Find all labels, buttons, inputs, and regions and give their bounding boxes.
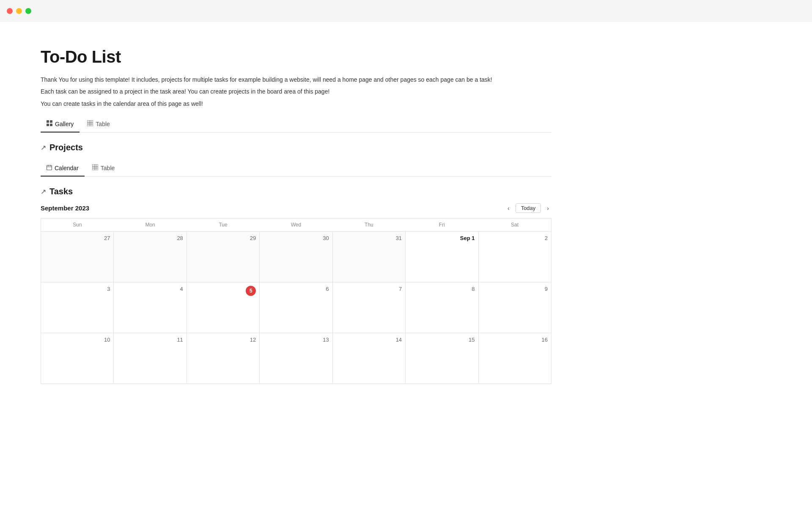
day-number: 4 bbox=[117, 286, 183, 292]
page-title: To-Do List bbox=[41, 47, 551, 66]
calendar-day-cell[interactable]: 7 bbox=[332, 282, 405, 333]
day-header-fri: Fri bbox=[406, 218, 478, 232]
calendar-day-cell[interactable]: Sep 1 bbox=[406, 232, 478, 282]
tab-table-top[interactable]: Table bbox=[81, 117, 115, 133]
calendar-container: September 2023 ‹ Today › Sun Mon Tue Wed… bbox=[41, 203, 551, 384]
calendar-day-cell[interactable]: 31 bbox=[332, 232, 405, 282]
main-content: To-Do List Thank You for using this temp… bbox=[0, 22, 592, 409]
day-number: Sep 1 bbox=[409, 235, 475, 241]
tasks-arrow-icon: ↗ bbox=[41, 188, 46, 196]
description-2: Each task can be assigned to a project i… bbox=[41, 87, 551, 96]
day-number: 2 bbox=[482, 235, 548, 241]
day-number: 29 bbox=[190, 235, 256, 241]
gallery-icon bbox=[47, 120, 52, 127]
projects-arrow-icon: ↗ bbox=[41, 144, 46, 152]
day-number: 3 bbox=[44, 286, 110, 292]
calendar-day-cell[interactable]: 14 bbox=[332, 333, 405, 384]
calendar-day-cell[interactable]: 27 bbox=[41, 232, 114, 282]
calendar-day-cell[interactable]: 9 bbox=[478, 282, 551, 333]
table-icon-top bbox=[87, 120, 93, 127]
day-number: 28 bbox=[117, 235, 183, 241]
calendar-prev-button[interactable]: ‹ bbox=[505, 204, 512, 213]
svg-rect-2 bbox=[47, 124, 49, 126]
day-number: 15 bbox=[409, 337, 475, 343]
tab-calendar-label: Calendar bbox=[55, 165, 79, 171]
calendar-day-cell[interactable]: 16 bbox=[478, 333, 551, 384]
table-icon-projects bbox=[92, 164, 98, 171]
maximize-button[interactable] bbox=[25, 8, 31, 14]
day-header-sat: Sat bbox=[478, 218, 551, 232]
calendar-week-row: 10111213141516 bbox=[41, 333, 551, 384]
window-chrome bbox=[0, 0, 812, 22]
svg-rect-0 bbox=[47, 120, 49, 123]
day-number: 9 bbox=[482, 286, 548, 292]
calendar-day-cell[interactable]: 8 bbox=[406, 282, 478, 333]
calendar-day-cell[interactable]: 13 bbox=[260, 333, 332, 384]
calendar-month-title: September 2023 bbox=[41, 204, 89, 212]
tab-calendar[interactable]: Calendar bbox=[41, 161, 85, 177]
day-header-mon: Mon bbox=[114, 218, 187, 232]
projects-title: Projects bbox=[49, 143, 83, 152]
calendar-day-headers: Sun Mon Tue Wed Thu Fri Sat bbox=[41, 218, 551, 232]
day-header-thu: Thu bbox=[332, 218, 405, 232]
calendar-grid: Sun Mon Tue Wed Thu Fri Sat 2728293031Se… bbox=[41, 218, 551, 384]
day-number: 27 bbox=[44, 235, 110, 241]
svg-rect-3 bbox=[50, 124, 52, 126]
calendar-day-cell[interactable]: 10 bbox=[41, 333, 114, 384]
calendar-next-button[interactable]: › bbox=[544, 204, 551, 213]
day-number: 13 bbox=[263, 337, 329, 343]
today-number: 5 bbox=[246, 286, 256, 296]
tasks-section-header: ↗ Tasks bbox=[41, 187, 551, 196]
svg-rect-1 bbox=[50, 120, 52, 123]
calendar-nav: ‹ Today › bbox=[505, 203, 551, 213]
calendar-day-cell[interactable]: 4 bbox=[114, 282, 187, 333]
calendar-week-row: 2728293031Sep 12 bbox=[41, 232, 551, 282]
calendar-header: September 2023 ‹ Today › bbox=[41, 203, 551, 213]
projects-section-header: ↗ Projects bbox=[41, 143, 551, 152]
calendar-day-cell[interactable]: 12 bbox=[187, 333, 259, 384]
svg-rect-13 bbox=[92, 164, 98, 170]
day-header-wed: Wed bbox=[260, 218, 332, 232]
tab-gallery[interactable]: Gallery bbox=[41, 117, 80, 133]
day-number: 6 bbox=[263, 286, 329, 292]
day-number: 31 bbox=[336, 235, 402, 241]
day-number: 16 bbox=[482, 337, 548, 343]
tab-table-projects-label: Table bbox=[101, 165, 115, 171]
close-button[interactable] bbox=[7, 8, 13, 14]
calendar-day-cell[interactable]: 30 bbox=[260, 232, 332, 282]
calendar-icon bbox=[47, 165, 52, 171]
tab-gallery-label: Gallery bbox=[55, 121, 74, 127]
svg-rect-4 bbox=[87, 120, 93, 126]
day-header-sun: Sun bbox=[41, 218, 114, 232]
day-header-tue: Tue bbox=[187, 218, 259, 232]
calendar-day-cell[interactable]: 29 bbox=[187, 232, 259, 282]
calendar-day-cell[interactable]: 3 bbox=[41, 282, 114, 333]
minimize-button[interactable] bbox=[16, 8, 22, 14]
tab-table-projects[interactable]: Table bbox=[86, 161, 121, 177]
calendar-today-button[interactable]: Today bbox=[516, 203, 541, 213]
day-number: 10 bbox=[44, 337, 110, 343]
svg-rect-9 bbox=[47, 165, 52, 170]
tasks-title: Tasks bbox=[49, 187, 73, 196]
day-number: 14 bbox=[336, 337, 402, 343]
day-number: 7 bbox=[336, 286, 402, 292]
calendar-day-cell[interactable]: 6 bbox=[260, 282, 332, 333]
tab-table-top-label: Table bbox=[96, 121, 110, 127]
day-number: 30 bbox=[263, 235, 329, 241]
projects-tabs: Calendar Table bbox=[41, 161, 551, 177]
description-3: You can create tasks in the calendar are… bbox=[41, 99, 551, 108]
calendar-day-cell[interactable]: 28 bbox=[114, 232, 187, 282]
calendar-week-row: 3456789 bbox=[41, 282, 551, 333]
description-1: Thank You for using this template! It in… bbox=[41, 75, 551, 84]
calendar-day-cell[interactable]: 2 bbox=[478, 232, 551, 282]
day-number: 11 bbox=[117, 337, 183, 343]
day-number: 12 bbox=[190, 337, 256, 343]
calendar-day-cell[interactable]: 5 bbox=[187, 282, 259, 333]
top-tabs: Gallery Table bbox=[41, 117, 551, 133]
calendar-day-cell[interactable]: 11 bbox=[114, 333, 187, 384]
calendar-day-cell[interactable]: 15 bbox=[406, 333, 478, 384]
day-number: 8 bbox=[409, 286, 475, 292]
